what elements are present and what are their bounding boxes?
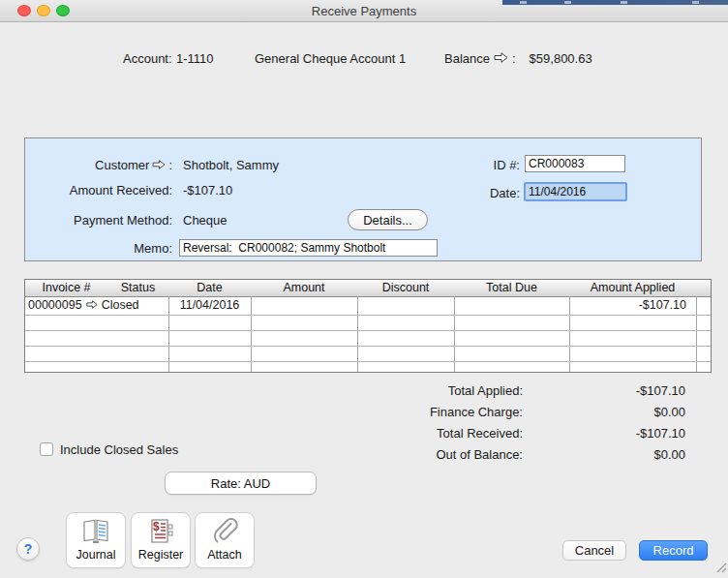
col-header-date: Date <box>168 281 251 294</box>
balance-group: Balance : $59,800.63 <box>444 51 592 66</box>
row-divider <box>25 315 711 316</box>
payment-method-value: Cheque <box>183 213 228 228</box>
svg-text:$: $ <box>153 520 160 533</box>
record-button[interactable]: Record <box>639 540 708 561</box>
zoom-arrow-icon[interactable] <box>86 298 98 312</box>
background-window-fragment <box>564 1 571 4</box>
cancel-button[interactable]: Cancel <box>562 540 626 561</box>
finance-charge-value: $0.00 <box>653 405 685 419</box>
id-input[interactable] <box>525 155 625 172</box>
journal-icon <box>67 518 125 545</box>
id-label: ID #: <box>441 158 520 172</box>
col-header-amount: Amount <box>251 281 357 294</box>
customer-label-group: Customer : <box>25 158 172 172</box>
account-label: Account: <box>123 51 172 66</box>
include-closed-sales-checkbox[interactable] <box>40 442 53 456</box>
payment-method-label: Payment Method: <box>25 213 172 228</box>
col-header-invoice: Invoice # <box>25 281 107 294</box>
date-input[interactable] <box>524 182 627 201</box>
balance-colon: : <box>512 51 516 66</box>
background-window-strip <box>502 0 728 5</box>
row-divider <box>25 330 711 331</box>
zoom-arrow-icon[interactable] <box>152 158 166 172</box>
amount-applied-cell[interactable]: -$107.10 <box>569 298 686 312</box>
memo-label: Memo: <box>25 241 172 256</box>
window-title: Receive Payments <box>0 4 728 18</box>
total-applied-label: Total Applied: <box>448 383 523 398</box>
invoice-status: Closed <box>102 298 139 312</box>
amount-received-value: -$107.10 <box>183 183 232 198</box>
help-button[interactable]: ? <box>16 537 40 561</box>
balance-value: $59,800.63 <box>530 51 592 66</box>
invoice-date-cell: 11/04/2016 <box>168 298 251 312</box>
background-window-fragment <box>621 1 627 4</box>
account-name: General Cheque Account 1 <box>255 51 406 66</box>
invoice-table-header: Invoice # Status Date Amount Discount To… <box>25 280 711 297</box>
balance-label: Balance <box>444 51 490 66</box>
customer-label: Customer <box>95 158 149 172</box>
invoice-number: 00000095 <box>28 298 82 312</box>
col-header-total-due: Total Due <box>454 281 569 294</box>
table-row[interactable]: 00000095 Closed 11/04/2016 -$107.10 <box>25 297 711 315</box>
zoom-arrow-icon[interactable] <box>494 51 508 66</box>
register-button[interactable]: $ Register <box>131 512 191 568</box>
journal-button-label: Journal <box>76 548 116 562</box>
receive-payments-window: Receive Payments Account: 1-1110 General… <box>0 0 728 578</box>
attach-button-label: Attach <box>207 548 241 562</box>
customer-colon: : <box>168 158 172 172</box>
invoice-table: Invoice # Status Date Amount Discount To… <box>24 279 712 373</box>
total-received-value: -$107.10 <box>636 426 685 441</box>
include-closed-sales-label: Include Closed Sales <box>60 442 178 457</box>
rate-button[interactable]: Rate: AUD <box>165 472 317 495</box>
attach-icon <box>196 518 254 545</box>
col-header-amount-applied: Amount Applied <box>569 281 696 294</box>
journal-button[interactable]: Journal <box>66 512 126 568</box>
background-window-fragment <box>520 1 527 4</box>
row-divider <box>25 346 711 347</box>
finance-charge-label: Finance Charge: <box>430 405 523 419</box>
memo-input[interactable] <box>179 239 438 257</box>
details-button[interactable]: Details... <box>348 209 428 230</box>
register-icon: $ <box>132 518 190 545</box>
customer-value: Shotbolt, Sammy <box>183 158 279 172</box>
attach-button[interactable]: Attach <box>195 512 255 568</box>
date-label: Date: <box>441 186 520 200</box>
row-divider <box>25 361 711 362</box>
out-of-balance-label: Out of Balance: <box>436 447 523 462</box>
total-applied-value: -$107.10 <box>636 383 685 398</box>
background-window-fragment <box>692 1 699 4</box>
register-button-label: Register <box>138 548 184 562</box>
total-received-label: Total Received: <box>437 426 523 441</box>
amount-received-label: Amount Received: <box>25 183 172 198</box>
out-of-balance-value: $0.00 <box>653 447 685 462</box>
payment-panel: Customer : Shotbolt, Sammy Amount Receiv… <box>24 137 702 261</box>
col-header-discount: Discount <box>357 281 454 294</box>
invoice-cell: 00000095 Closed <box>28 298 139 312</box>
col-header-status: Status <box>107 281 168 294</box>
account-number: 1-1110 <box>176 51 214 66</box>
resize-grip[interactable] <box>715 560 727 577</box>
